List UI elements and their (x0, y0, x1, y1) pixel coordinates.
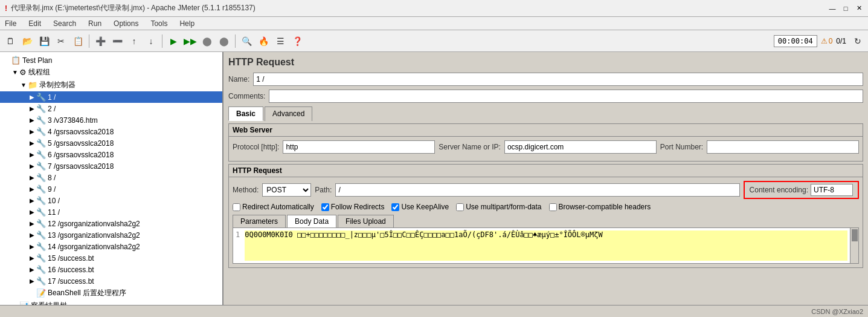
toggle-icon: ▶ (28, 163, 36, 169)
node-icon: 🔧 (36, 208, 46, 217)
method-label: Method: (233, 186, 259, 194)
toolbar-cut[interactable]: ✂ (53, 33, 69, 49)
toolbar-flame[interactable]: 🔥 (256, 33, 271, 49)
toolbar-help[interactable]: ❓ (289, 33, 305, 49)
tree-label: 3 /v373846.htm (48, 116, 98, 125)
tree-item-16[interactable]: ▶ 🔧 16 /success.bt (0, 264, 222, 275)
tree-item-recorder[interactable]: ▼ 📁 录制控制器 (0, 79, 222, 91)
keepalive-checkbox[interactable] (391, 203, 399, 211)
follow-redirects-checkbox[interactable] (321, 203, 329, 211)
tree-item-11[interactable]: ▶ 🔧 11 / (0, 206, 222, 218)
tree-item-8[interactable]: ▶ 🔧 8 / (0, 172, 222, 183)
comments-row: Comments: (228, 90, 863, 103)
comments-input[interactable] (269, 90, 863, 103)
tree-item-4[interactable]: ▶ 🔧 4 /gsrsaovsslca2018 (0, 126, 222, 137)
menu-search[interactable]: Search (51, 18, 79, 29)
toolbar-new[interactable]: 🗒 (2, 33, 18, 49)
http-request-header: HTTP Request (228, 164, 863, 177)
tree-label: 12 /gsorganizationvalsha2g2 (48, 220, 140, 228)
app-icon: ! (5, 4, 7, 13)
toggle-icon: ▶ (28, 117, 36, 123)
name-input[interactable] (253, 73, 863, 86)
menu-options[interactable]: Options (111, 18, 141, 29)
scrollbar[interactable] (850, 227, 859, 264)
menu-tools[interactable]: Tools (148, 18, 170, 29)
node-icon: 📋 (11, 56, 21, 65)
node-icon: 🔧 (36, 185, 46, 194)
body-data-area[interactable]: 1 0Q0O0M0K0I0 □□+□□□□□□□□_|z□□□μ'□5Î□□C□… (233, 227, 850, 264)
web-server-section: Protocol [http]: Server Name or IP: Port… (228, 136, 863, 162)
tree-item-beanshell[interactable]: 📝 BeanShell 后置处理程序 (0, 287, 222, 299)
web-server-header: Web Server (228, 123, 863, 136)
tree-item-threadgroup[interactable]: ▼ ⚙ 线程组 (0, 66, 222, 79)
path-input[interactable] (335, 183, 739, 197)
tree-item-12[interactable]: ▶ 🔧 12 /gsorganizationvalsha2g2 (0, 218, 222, 229)
menu-help[interactable]: Help (177, 18, 197, 29)
toolbar-save[interactable]: 💾 (36, 33, 52, 49)
multipart-checkbox[interactable] (456, 203, 464, 211)
toolbar-list[interactable]: ☰ (272, 33, 288, 49)
tree-item-testplan[interactable]: 📋 Test Plan (0, 54, 222, 66)
tree-item-9[interactable]: ▶ 🔧 9 / (0, 183, 222, 195)
method-select[interactable]: GET POST PUT DELETE HEAD OPTIONS PATCH (262, 183, 311, 197)
node-icon: 🔧 (36, 104, 46, 113)
toolbar-copy[interactable]: 📋 (70, 33, 86, 49)
tree-item-6[interactable]: ▶ 🔧 6 /gsrsaovsslca2018 (0, 149, 222, 160)
checkbox-keepalive: Use KeepAlive (391, 203, 449, 211)
tree-item-14[interactable]: ▶ 🔧 14 /gsorganizationvalsha2g2 (0, 241, 222, 252)
port-input[interactable] (707, 140, 859, 154)
sub-tab-parameters[interactable]: Parameters (233, 215, 286, 227)
toolbar-up[interactable]: ↑ (126, 33, 142, 49)
redirect-auto-checkbox[interactable] (233, 203, 240, 211)
maximize-button[interactable]: □ (841, 4, 850, 13)
name-row: Name: (228, 73, 863, 86)
tree-item-10[interactable]: ▶ 🔧 10 / (0, 195, 222, 206)
tree-item-7[interactable]: ▶ 🔧 7 /gsrsaovsslca2018 (0, 160, 222, 172)
menu-file[interactable]: File (2, 18, 19, 29)
sub-tab-files-upload[interactable]: Files Upload (338, 215, 394, 227)
tree-item-2[interactable]: ▶ 🔧 2 / (0, 103, 222, 114)
toolbar-down[interactable]: ↓ (143, 33, 159, 49)
tree-label: 7 /gsrsaovsslca2018 (48, 162, 114, 171)
refresh-button[interactable]: ↻ (850, 33, 866, 49)
tree-label: 6 /gsrsaovsslca2018 (48, 151, 114, 159)
toolbar-run[interactable]: ▶ (166, 33, 181, 49)
toolbar-remove[interactable]: ➖ (109, 33, 125, 49)
status-bar: CSDN @XZxiao2 (0, 305, 868, 317)
toolbar-run-all[interactable]: ▶▶ (182, 33, 198, 49)
content-encoding-input[interactable] (811, 184, 853, 196)
browser-compat-checkbox[interactable] (549, 203, 557, 211)
toolbar-add[interactable]: ➕ (92, 33, 108, 49)
body-content[interactable]: 0Q0O0M0K0I0 □□+□□□□□□□□_|z□□□μ'□5Î□□C□□Ê… (245, 230, 847, 261)
tab-basic[interactable]: Basic (228, 106, 263, 121)
tree-label: 录制控制器 (39, 80, 76, 90)
tree-item-13[interactable]: ▶ 🔧 13 /gsorganizationvalsha2g2 (0, 229, 222, 241)
tree-item-5[interactable]: ▶ 🔧 5 /gsrsaovsslca2018 (0, 137, 222, 149)
tree-item-15[interactable]: ▶ 🔧 15 /success.bt (0, 252, 222, 264)
tree-item-3[interactable]: ▶ 🔧 3 /v373846.htm (0, 114, 222, 126)
tree-label: Test Plan (22, 56, 52, 65)
checkboxes-row: Redirect Automatically Follow Redirects … (233, 203, 859, 211)
tree-item-1[interactable]: ▶ 🔧 1 / (0, 91, 222, 103)
menu-run[interactable]: Run (86, 18, 104, 29)
sub-tabs-bar: Parameters Body Data Files Upload (233, 215, 859, 227)
line-number: 1 (236, 230, 240, 261)
sub-tab-body-data[interactable]: Body Data (287, 215, 336, 227)
toggle-icon: ▶ (28, 197, 36, 204)
node-icon: 🔧 (36, 116, 46, 125)
minimize-button[interactable]: — (828, 4, 837, 13)
toggle-icon: ▶ (28, 278, 36, 284)
toolbar-binoculars[interactable]: 🔍 (239, 33, 254, 49)
node-icon: 🔧 (36, 127, 46, 136)
toggle-icon: ▶ (28, 140, 36, 146)
toolbar-open[interactable]: 📂 (19, 33, 35, 49)
tab-advanced[interactable]: Advanced (265, 106, 312, 121)
protocol-input[interactable] (283, 140, 435, 154)
main-tabs: Basic Advanced (228, 106, 863, 121)
toolbar-stop[interactable]: ⬤ (199, 33, 215, 49)
tree-item-17[interactable]: ▶ 🔧 17 /success.bt (0, 275, 222, 287)
server-input[interactable] (504, 140, 657, 154)
close-button[interactable]: ✕ (855, 4, 863, 13)
menu-edit[interactable]: Edit (26, 18, 43, 29)
toolbar-stop-all[interactable]: ⬤ (216, 33, 232, 49)
